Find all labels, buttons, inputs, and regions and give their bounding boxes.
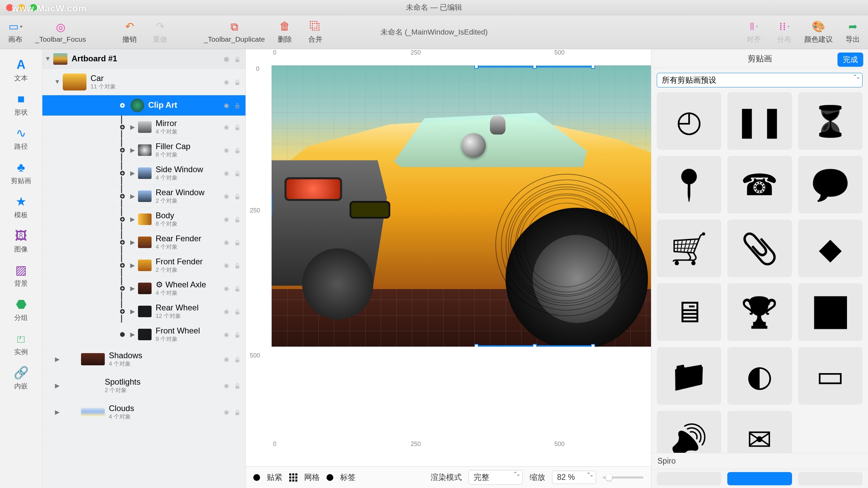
visibility-icon[interactable]	[224, 101, 229, 109]
layer-clouds[interactable]: ▶ Clouds4 个对象	[42, 399, 245, 425]
clipart-bolt[interactable]: ◆	[798, 220, 863, 277]
shape-tool[interactable]: ■形状	[0, 87, 42, 122]
visibility-icon[interactable]	[224, 192, 229, 200]
labels-label[interactable]: 标签	[340, 472, 356, 483]
clipart-pin[interactable]: 📍	[657, 156, 721, 214]
path-tool[interactable]: ∿路径	[0, 122, 42, 156]
group-tool[interactable]: ⬣分组	[0, 293, 42, 327]
disclosure-icon[interactable]: ▶	[129, 169, 136, 177]
snap-label[interactable]: 贴紧	[267, 472, 282, 483]
clipart-chart[interactable]: 📊	[798, 283, 863, 341]
labels-icon[interactable]	[327, 474, 333, 481]
visibility-icon[interactable]	[224, 355, 229, 363]
layer-item[interactable]: +▶⚙ Wheel Axle4 个对象	[42, 277, 245, 300]
export-button[interactable]: ➦ 导出	[837, 18, 868, 47]
clipart-rect[interactable]: ▭	[798, 347, 863, 405]
clipart-clock[interactable]: ◴	[657, 92, 721, 150]
grid-icon[interactable]	[289, 473, 297, 482]
embed-tool[interactable]: 🔗内嵌	[0, 361, 42, 395]
image-tool[interactable]: 🖼图像	[0, 224, 42, 259]
clipart-chat[interactable]: 💬	[798, 156, 863, 214]
visibility-icon[interactable]	[224, 261, 229, 269]
disclosure-icon[interactable]: ▼	[54, 78, 61, 85]
layer-item[interactable]: +▶Filler Cap8 个对象	[42, 139, 245, 162]
lock-icon[interactable]	[234, 307, 241, 315]
lock-icon[interactable]	[234, 146, 241, 154]
visibility-icon[interactable]	[224, 284, 229, 292]
visibility-icon[interactable]	[224, 408, 229, 416]
template-tool[interactable]: ★模板	[0, 190, 42, 224]
visibility-icon[interactable]	[224, 382, 229, 389]
selection-box[interactable]	[476, 345, 594, 347]
rendermode-select[interactable]: 完整	[469, 470, 523, 485]
layer-clipart[interactable]: + Clip Art	[42, 95, 245, 116]
zoom-select[interactable]: 82 %	[552, 471, 596, 484]
artwork-canvas[interactable]	[272, 65, 651, 347]
disclosure-icon[interactable]: ▶	[54, 408, 61, 416]
clipart-folder[interactable]: 📁	[657, 347, 721, 405]
layer-item[interactable]: +▶Mirror4 个对象	[42, 116, 245, 139]
layer-spotlights[interactable]: ▶ Spotlights2 个对象	[42, 372, 245, 399]
layer-item[interactable]: +▶Body8 个对象	[42, 208, 245, 231]
distribute-button[interactable]: ⁞⁞▾ 分布	[769, 18, 800, 47]
disclosure-icon[interactable]: ▶	[129, 123, 136, 131]
disclosure-icon[interactable]: ▶	[129, 239, 136, 246]
clipart-cart[interactable]: 🛒	[657, 220, 721, 277]
disclosure-icon[interactable]: ▶	[54, 355, 61, 363]
clipart-mail[interactable]: ✉	[727, 411, 792, 453]
layer-item[interactable]: +▶Rear Fender4 个对象	[42, 231, 245, 254]
clipart-pause[interactable]: ❚❚	[727, 92, 792, 150]
visibility-icon[interactable]	[224, 330, 229, 338]
disclosure-icon[interactable]: ▶	[129, 308, 136, 315]
color-suggest-button[interactable]: 🎨 颜色建议	[800, 18, 837, 47]
visibility-icon[interactable]	[224, 238, 229, 246]
selection-box[interactable]	[476, 66, 594, 67]
redo-button[interactable]: ↷ 重做	[145, 18, 175, 47]
disclosure-icon[interactable]: ▼	[44, 55, 51, 62]
clipart-clip[interactable]: 📎	[727, 220, 792, 277]
visibility-icon[interactable]	[224, 55, 229, 63]
clipart-server[interactable]: 🖥	[657, 283, 721, 341]
lock-icon[interactable]	[234, 101, 241, 109]
disclosure-icon[interactable]: ▶	[129, 285, 136, 292]
disclosure-icon[interactable]: ▶	[129, 216, 136, 223]
duplicate-button[interactable]: ⧉ _Toolbar_Duplicate	[199, 18, 270, 47]
layer-item[interactable]: +▶Side Window4 个对象	[42, 162, 245, 185]
lock-icon[interactable]	[234, 78, 241, 86]
zoom-slider[interactable]	[603, 476, 644, 479]
lock-icon[interactable]	[234, 284, 241, 292]
clipart-trophy[interactable]: 🏆	[727, 283, 792, 341]
text-tool[interactable]: A文本	[0, 53, 42, 87]
visibility-icon[interactable]	[224, 215, 229, 223]
clipart-gauge[interactable]: ◐	[727, 347, 792, 405]
disclosure-icon[interactable]: ▶	[129, 146, 136, 154]
layer-item[interactable]: +▶Rear Window2 个对象	[42, 185, 245, 208]
visibility-icon[interactable]	[224, 78, 229, 86]
done-button[interactable]: 完成	[837, 53, 863, 67]
visibility-icon[interactable]	[224, 307, 229, 315]
undo-button[interactable]: ↶ 撤销	[114, 18, 145, 47]
layer-car[interactable]: ▼ Car11 个对象	[42, 69, 245, 95]
lock-icon[interactable]	[234, 55, 241, 63]
lock-icon[interactable]	[234, 192, 241, 200]
lock-icon[interactable]	[234, 408, 241, 416]
lock-icon[interactable]	[234, 330, 241, 338]
lock-icon[interactable]	[234, 261, 241, 269]
canvas-stage[interactable]: 0 250 500 0 250 500	[246, 49, 651, 466]
clipart-speaker[interactable]: 🔊	[657, 411, 721, 453]
disclosure-icon[interactable]: ▶	[129, 192, 136, 200]
lock-icon[interactable]	[234, 215, 241, 223]
focus-button[interactable]: ◎ _Toolbar_Focus	[31, 18, 91, 47]
footer-tab[interactable]	[727, 472, 792, 485]
lock-icon[interactable]	[234, 355, 241, 363]
disclosure-icon[interactable]: ▶	[129, 331, 136, 338]
footer-tab[interactable]	[657, 472, 721, 485]
disclosure-icon[interactable]: ▶	[129, 262, 136, 269]
delete-button[interactable]: 🗑 删除	[270, 18, 300, 47]
visibility-icon[interactable]	[224, 146, 229, 154]
layer-item[interactable]: +▶Rear Wheel12 个对象	[42, 300, 245, 323]
disclosure-icon[interactable]: ▶	[54, 382, 61, 389]
background-tool[interactable]: ▨背景	[0, 259, 42, 293]
preset-select[interactable]: 所有剪贴画预设	[657, 73, 863, 87]
canvas-button[interactable]: ▭▾ 画布	[0, 18, 31, 47]
